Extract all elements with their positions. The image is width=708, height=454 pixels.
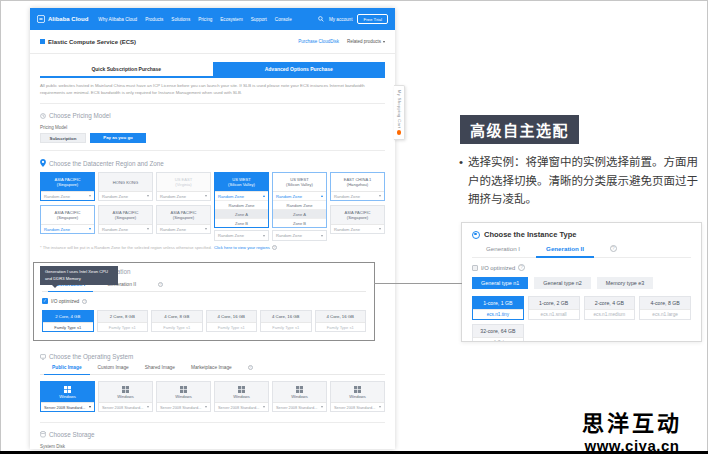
region-card-east-china[interactable]: EAST CHINA 1(Hangzhou) Random Zone <box>330 172 385 201</box>
info-icon[interactable]: ? <box>248 365 253 370</box>
instance-spec: 2-core, 4 GB <box>585 297 635 309</box>
zone-option[interactable]: Zone B <box>215 218 268 227</box>
zone-option[interactable]: Zone A <box>273 209 326 218</box>
nav-item-solutions[interactable]: Solutions <box>171 17 190 22</box>
zone-select[interactable]: Random Zone <box>41 191 94 200</box>
region-column: EAST CHINA 1(Hangzhou) Random Zone ASIA … <box>330 172 385 241</box>
alibaba-cloud-logo[interactable]: Alibaba Cloud <box>37 15 88 23</box>
panel-instance-card[interactable]: 4-core, 8 GB ecs.n1.large <box>639 296 691 320</box>
tab-shared-image[interactable]: Shared Image <box>145 365 175 370</box>
pay-as-you-go-button[interactable]: Pay as you go <box>90 133 146 143</box>
shopping-cart-tab[interactable]: My Shopping Cart <box>394 85 405 140</box>
zone-option[interactable]: Zone A <box>215 209 268 218</box>
info-icon[interactable]: ? <box>272 245 277 250</box>
instance-spec: 4 Core, 8 GB <box>152 311 202 322</box>
pill-memory-type-e3[interactable]: Memory type e3 <box>597 277 654 289</box>
nav-item-products[interactable]: Products <box>145 17 163 22</box>
pill-general-type-n2[interactable]: General type n2 <box>534 277 590 289</box>
view-regions-link[interactable]: Click here to view your regions <box>214 245 270 250</box>
info-icon[interactable]: ? <box>518 264 525 271</box>
tab-marketplace-image[interactable]: Marketplace Image <box>191 365 232 370</box>
search-icon[interactable] <box>318 16 324 22</box>
panel-instance-card-selected[interactable]: 1-core, 1 GB ecs.n1.tiny <box>472 296 524 320</box>
zone-select[interactable]: Random Zone <box>215 231 268 240</box>
zone-value: Random Zone <box>218 194 244 199</box>
instance-card[interactable]: 4 Core, 16 GB Family Type s1 <box>206 310 258 332</box>
os-card[interactable]: Windows Server 2008 Standard... <box>214 381 269 412</box>
tab-custom-image[interactable]: Custom Image <box>98 365 129 370</box>
related-products-dropdown[interactable]: Related products <box>347 39 385 44</box>
zone-select[interactable]: Random Zone <box>273 231 326 240</box>
chevron-down-icon <box>89 228 91 230</box>
ecs-purchase-page: Alibaba Cloud Why Alibaba Cloud Products… <box>30 8 395 449</box>
tab-public-image[interactable]: Public Image <box>52 365 82 370</box>
zone-select[interactable]: Random Zone <box>99 224 152 233</box>
os-card[interactable]: Windows Server 2008 Standard... <box>330 381 385 412</box>
region-card-asia-pacific[interactable]: ASIA PACIFIC(Singapore) Random Zone <box>330 205 385 234</box>
purchase-clouddisk-link[interactable]: Purchase CloudDisk <box>298 39 339 44</box>
io-optimized-checkbox[interactable]: ✓ <box>42 298 48 304</box>
zone-select[interactable]: Random Zone <box>157 224 210 233</box>
zone-option[interactable]: Random Zone <box>273 200 326 209</box>
zone-select-open[interactable]: Random Zone <box>215 191 268 200</box>
panel-instance-card[interactable]: 2-core, 4 GB ecs.n1.medium <box>584 296 636 320</box>
panel-instance-card[interactable]: 1-core, 2 GB ecs.n1.small <box>528 296 580 320</box>
info-icon[interactable]: ? <box>158 282 163 287</box>
region-card-asia-pacific-selected[interactable]: ASIA PACIFIC(Singapore) Random Zone <box>40 172 95 201</box>
zone-option[interactable]: Zone B <box>273 218 326 227</box>
os-version-select[interactable]: Server 2008 Standard... <box>41 402 94 411</box>
zone-value: Random Zone <box>102 227 128 232</box>
windows-logo-icon <box>354 386 361 393</box>
instance-card-selected[interactable]: 2 Core, 4 GB Family Type s1 <box>42 310 94 332</box>
zone-option[interactable]: Random Zone <box>215 200 268 209</box>
chevron-down-icon <box>263 406 265 408</box>
nav-item-console[interactable]: Console <box>275 17 292 22</box>
instance-card[interactable]: 4 Core, 16 GB Family Type s1 <box>315 310 367 332</box>
panel-instance-card[interactable]: 32-core, 64 GB ecs.n1.7xlarge <box>472 324 524 342</box>
panel-tab-generation-2[interactable]: Generation II <box>546 245 584 252</box>
instance-card[interactable]: 4 Core, 16 GB Family Type s1 <box>260 310 312 332</box>
image-tabs: Public Image Custom Image Shared Image M… <box>40 365 385 375</box>
os-card[interactable]: Windows Server 2008 Standard... <box>272 381 327 412</box>
zone-select[interactable]: Random Zone <box>41 224 94 233</box>
region-card-hong-kong[interactable]: HONG KONG Random Zone <box>98 172 153 201</box>
region-card-us-west-selected[interactable]: US WEST(Silicon Valley) Random Zone Rand… <box>214 172 269 228</box>
os-version-select[interactable]: Server 2008 Standard... <box>157 402 210 411</box>
pill-general-type-n1[interactable]: General type n1 <box>472 277 528 289</box>
instance-card[interactable]: 4 Core, 8 GB Family Type s1 <box>151 310 203 332</box>
nav-item-ecosystem[interactable]: Ecosystem <box>220 17 242 22</box>
free-trial-button[interactable]: Free Trial <box>357 14 388 24</box>
instance-spec: 4 Core, 16 GB <box>316 311 366 322</box>
my-account-link[interactable]: My account <box>329 17 353 22</box>
page-content: Quick Subscription Purchase Advanced Opt… <box>30 62 395 449</box>
instance-card[interactable]: 2 Core, 8 GB Family Type s1 <box>97 310 149 332</box>
zone-select[interactable]: Random Zone <box>331 224 384 233</box>
nav-item-support[interactable]: Support <box>251 17 267 22</box>
zone-select[interactable]: Random Zone <box>99 191 152 200</box>
io-optimized-checkbox[interactable] <box>472 265 478 271</box>
zone-select[interactable]: Random Zone <box>331 191 384 200</box>
region-card-asia-pacific[interactable]: ASIA PACIFIC(Singapore) Random Zone <box>40 205 95 234</box>
info-icon[interactable]: ? <box>610 245 617 252</box>
pricing-section-heading: Choose Pricing Model <box>49 112 111 119</box>
tab-advanced-options[interactable]: Advanced Options Purchase <box>213 62 386 76</box>
os-card[interactable]: Windows Server 2008 Standard... <box>98 381 153 412</box>
region-card-us-west[interactable]: US WEST(Silicon Valley) Random Zone Rand… <box>272 172 327 228</box>
panel-tab-generation-1[interactable]: Generation I <box>486 245 520 252</box>
region-card-asia-pacific[interactable]: ASIA PACIFIC(Singapore) Random Zone <box>98 205 153 234</box>
subscription-button[interactable]: Subscription <box>40 133 86 143</box>
os-version-select[interactable]: Server 2008 Standard... <box>99 402 152 411</box>
os-version-select[interactable]: Server 2008 Standard... <box>331 402 384 411</box>
region-card-asia-pacific[interactable]: ASIA PACIFIC(Singapore) Random Zone <box>156 205 211 234</box>
os-version-select[interactable]: Server 2008 Standard... <box>215 402 268 411</box>
os-version-select[interactable]: Server 2008 Standard... <box>273 402 326 411</box>
covered-region-card[interactable]: Random Zone <box>272 230 327 241</box>
tab-quick-subscription[interactable]: Quick Subscription Purchase <box>40 62 213 76</box>
nav-item-why[interactable]: Why Alibaba Cloud <box>98 17 137 22</box>
os-card[interactable]: Windows Server 2008 Standard... <box>156 381 211 412</box>
info-icon[interactable]: ? <box>82 299 87 304</box>
nav-item-pricing[interactable]: Pricing <box>198 17 212 22</box>
zone-select-open[interactable]: Random Zone <box>273 191 326 200</box>
os-card-selected[interactable]: Windows Server 2008 Standard... <box>40 381 95 412</box>
covered-region-card[interactable]: Random Zone <box>214 230 269 241</box>
